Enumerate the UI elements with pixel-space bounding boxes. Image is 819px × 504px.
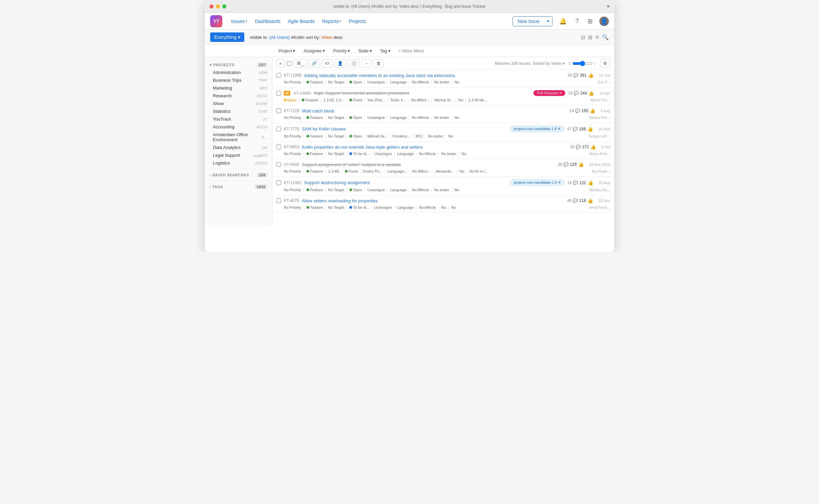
sidebar-item-project[interactable]: AdministrationADM	[205, 69, 272, 76]
notification-icon[interactable]: 🔔	[557, 16, 569, 27]
toolbar-assign-button[interactable]: 👤	[334, 59, 346, 68]
toolbar-command-button[interactable]: ⌘_	[294, 59, 306, 68]
issue-title[interactable]: Multi catch block	[302, 108, 567, 114]
type-tag: Feature	[306, 116, 323, 120]
upvote-icon[interactable]: 👍	[588, 73, 594, 78]
issue-title[interactable]: Adding statically accessible members to …	[304, 73, 565, 78]
target-tag: 1.3.30, 1.3...	[323, 98, 344, 102]
toolbar-expand-button[interactable]: ⬜	[348, 59, 359, 68]
toolbar-more-button[interactable]: ···	[362, 59, 371, 68]
search-icon[interactable]: 🔍	[602, 34, 609, 41]
columns-settings-button[interactable]: ⚙	[600, 59, 610, 68]
sidebar-item-project[interactable]: MarketingMKT	[205, 84, 272, 92]
nav-issues[interactable]: Issues▾	[228, 17, 251, 26]
search-options-icon[interactable]: ⊟	[581, 34, 585, 41]
toolbar-delete-button[interactable]: 🗑	[373, 59, 384, 68]
issue-checkbox[interactable]	[276, 108, 281, 113]
new-issue-button[interactable]: New Issue	[513, 17, 544, 26]
issue-row: KT-7770 SAM for Kotlin classes project-c…	[272, 123, 614, 142]
sidebar-item-project[interactable]: ResearchRSCH	[205, 92, 272, 100]
sidebar-item-project[interactable]: AccountingACCG	[205, 123, 272, 131]
nav-reports[interactable]: Reports▾	[319, 17, 345, 26]
filter-project[interactable]: Project▾	[276, 47, 298, 55]
issue-id: KT-7770	[284, 127, 299, 131]
nav-projects[interactable]: Projects	[345, 17, 369, 26]
more-filters-button[interactable]: + More filters	[396, 47, 427, 55]
issue-checkbox[interactable]	[276, 91, 281, 96]
sidebar-item-project[interactable]: StatisticsSTAT	[205, 107, 272, 115]
vote-count: 244	[580, 91, 587, 96]
titlebar: visible to: {All Users} #Kotlin sort by:…	[205, 0, 614, 13]
priority-tag: No Priority	[284, 169, 301, 173]
upvote-icon[interactable]: 👍	[578, 162, 584, 167]
title-menu-icon[interactable]: ≡	[607, 4, 610, 9]
new-issue-dropdown-button[interactable]: ▾	[544, 17, 552, 26]
avatar[interactable]: 👤	[599, 17, 609, 26]
issue-title[interactable]: Allow setters overloading for properties	[302, 198, 564, 203]
issue-checkbox[interactable]	[276, 145, 281, 149]
upvote-icon[interactable]: 👍	[590, 144, 596, 150]
tag-badge[interactable]: project-coin-candidate-1.4 ✕	[510, 126, 564, 132]
projects-header[interactable]: ▾ PROJECTS 197	[205, 61, 272, 69]
upvote-icon[interactable]: 👍	[588, 180, 593, 185]
issue-title[interactable]: SAM for Kotlin classes	[302, 126, 506, 131]
type-tag: Feature	[306, 134, 323, 138]
issue-checkbox[interactable]	[276, 198, 281, 203]
version-tag: No fix in I...	[469, 169, 488, 173]
issue-row-top: KT-4075 Allow setters overloading for pr…	[276, 198, 610, 203]
sidebar-item-project[interactable]: Data AnalyticsDA	[205, 144, 272, 151]
subsystem-tag: Frontenc...	[393, 134, 411, 138]
toolbar-collapse-button[interactable]: «	[276, 59, 285, 68]
issue-title[interactable]: Kotlin properties do not override Java-s…	[302, 145, 567, 150]
issue-checkbox[interactable]	[276, 162, 281, 167]
fullscreen-button[interactable]	[222, 4, 226, 8]
filter-assignee[interactable]: Assignee▾	[301, 47, 327, 55]
search-close-icon[interactable]: ✕	[595, 34, 599, 41]
sidebar-item-project[interactable]: Amsterdam Office EnvironmentA...	[205, 131, 272, 144]
toolbar-link-button[interactable]: 🔗	[308, 59, 320, 68]
projects-count: 197	[257, 62, 267, 67]
nav-agile-boards[interactable]: Agile Boards	[284, 17, 318, 26]
issue-title[interactable]: Support assignment of "when" subject to …	[302, 162, 555, 167]
upvote-icon[interactable]: 👍	[587, 198, 593, 203]
search-query-display[interactable]: visible to: {All Users} #Kotlin sort by:…	[247, 33, 578, 41]
nav-dashboards[interactable]: Dashboards	[251, 17, 284, 26]
filter-tag[interactable]: Tag▾	[377, 47, 393, 55]
minimize-button[interactable]	[216, 4, 220, 8]
search-filter-icon[interactable]: ⊞	[588, 34, 592, 41]
type-tag: Feature	[306, 169, 323, 173]
close-button[interactable]	[209, 4, 214, 8]
divider-2	[209, 181, 267, 181]
tag-badge[interactable]: project-coin-candidate-1.4 ✕	[510, 179, 565, 186]
help-icon[interactable]: ?	[573, 16, 581, 27]
apps-grid-icon[interactable]: ⊞	[586, 16, 595, 27]
everything-button[interactable]: Everything ▾	[210, 32, 244, 42]
target-tag: No Target	[328, 80, 344, 84]
issue-checkbox[interactable]	[276, 127, 281, 131]
saved-searches-header[interactable]: › SAVED SEARCHES 258	[205, 171, 272, 179]
sort-dropdown[interactable]: Sorted by Votes ▾	[532, 61, 564, 66]
issue-checkbox[interactable]	[276, 73, 281, 78]
issue-title[interactable]: Kapt: Support incremental annotation pro…	[314, 91, 529, 96]
projects-list: AdministrationADMBusiness TripsTRIPMarke…	[205, 69, 272, 167]
affected-tag: No Affecte	[412, 188, 429, 192]
upvote-icon[interactable]: 👍	[590, 108, 595, 114]
filter-priority[interactable]: Priority▾	[330, 47, 353, 55]
upvote-icon[interactable]: 👍	[587, 126, 593, 132]
sidebar-item-project[interactable]: ShowSHOW	[205, 100, 272, 107]
issue-votes: 30 💬 129 👍	[558, 162, 584, 167]
tags-header[interactable]: › TAGS 1856	[205, 183, 272, 191]
sidebar-item-project[interactable]: LogisticsLOGOS	[205, 159, 272, 167]
toolbar-tag-button[interactable]: 🏷	[322, 59, 332, 68]
pull-request-badge[interactable]: Pull Request ✕	[533, 90, 565, 96]
upvote-icon[interactable]: 👍	[588, 91, 594, 96]
filter-state[interactable]: State▾	[355, 47, 374, 55]
sidebar-item-project[interactable]: Business TripsTRIP	[205, 76, 272, 84]
sidebar-item-project[interactable]: YouTrackJT	[205, 115, 272, 123]
select-all-checkbox[interactable]	[287, 61, 292, 66]
issue-title[interactable]: Support destructuring assignment	[304, 180, 506, 185]
assignee-tag: Unassigne	[367, 188, 385, 192]
size-slider[interactable]	[572, 61, 593, 66]
sidebar-item-project[interactable]: Legal SupportLegalCZ	[205, 151, 272, 159]
issue-checkbox[interactable]	[276, 180, 281, 185]
